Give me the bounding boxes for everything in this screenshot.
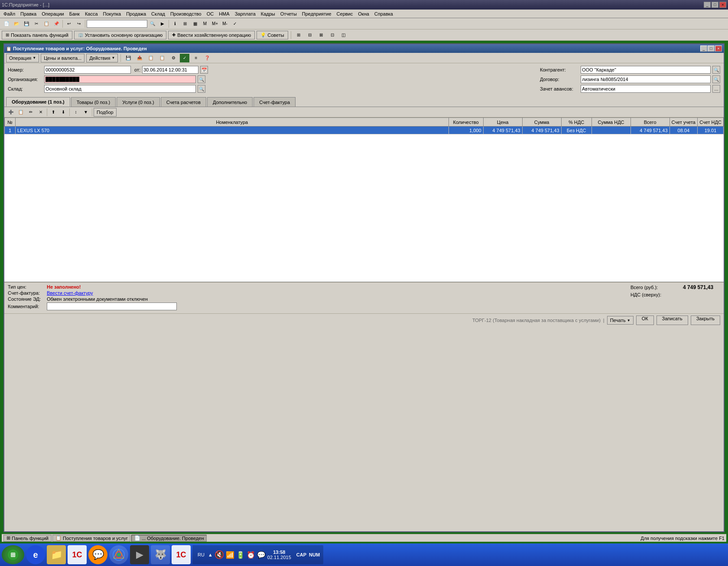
tab-additional[interactable]: Дополнительно	[207, 97, 253, 107]
find-next-btn[interactable]: ▶	[158, 20, 167, 28]
doc-tb-2[interactable]: 📤	[135, 54, 144, 62]
contract-search-btn[interactable]: 🔍	[712, 75, 720, 83]
tab-goods[interactable]: Товары (0 поз.)	[71, 97, 116, 107]
tb2-btn1[interactable]: ⊞	[294, 31, 303, 39]
menu-kassa[interactable]: Касса	[82, 10, 101, 18]
app-msg[interactable]: 💬	[88, 545, 107, 564]
menu-hr[interactable]: Кадры	[258, 10, 278, 18]
chart-btn[interactable]: M	[200, 20, 210, 28]
tab-accounts[interactable]: Счета расчетов	[161, 97, 206, 107]
advance-input[interactable]	[581, 85, 711, 93]
menu-sales[interactable]: Продажа	[124, 10, 149, 18]
doc-tb-8[interactable]: ❓	[202, 54, 212, 62]
doc-tb-7[interactable]: ≡	[191, 54, 201, 62]
number-input[interactable]	[44, 66, 131, 74]
contract-input[interactable]	[581, 75, 711, 83]
table-row[interactable]: 1 LEXUS LX 570 1,000 4 749 571,43 4 749 …	[5, 127, 724, 134]
table-btn[interactable]: ⊞	[180, 20, 190, 28]
copy-btn[interactable]: 📋	[42, 20, 51, 28]
win-close[interactable]: ×	[715, 46, 722, 52]
menu-help[interactable]: Справка	[372, 10, 396, 18]
actions-dropdown[interactable]: Действия▼	[86, 54, 118, 62]
contractor-search-btn[interactable]: 🔍	[712, 66, 720, 74]
warehouse-search-btn[interactable]: 🔍	[198, 85, 205, 93]
taskbar-item-docs[interactable]: 📋 Поступления товаров и услуг	[52, 535, 130, 542]
tt-filter[interactable]: ▼	[81, 108, 91, 117]
undo-btn[interactable]: ↩	[64, 20, 74, 28]
contractor-input[interactable]	[581, 66, 711, 74]
tt-add[interactable]: ➕	[6, 108, 16, 117]
menu-service[interactable]: Сервис	[334, 10, 356, 18]
app-1c-2[interactable]: 1С	[172, 545, 191, 564]
tab-equipment[interactable]: Оборудование (1 поз.)	[6, 97, 70, 107]
menu-edit[interactable]: Правка	[18, 10, 39, 18]
lang-indicator[interactable]: RU	[196, 551, 206, 558]
app-wolf[interactable]: 🐺	[151, 545, 170, 564]
save-btn[interactable]: Записать	[656, 316, 688, 325]
price-currency-btn[interactable]: Цены и валюта...	[41, 54, 84, 62]
m-plus-btn[interactable]: M+	[210, 20, 220, 28]
maximize-button[interactable]: □	[712, 2, 718, 8]
app-folder[interactable]: 📁	[47, 545, 66, 564]
menu-file[interactable]: Файл	[1, 10, 18, 18]
search-btn[interactable]: 🔍	[148, 20, 157, 28]
doc-tb-3[interactable]: 📋	[146, 54, 156, 62]
menu-enterprise[interactable]: Предприятие	[299, 10, 334, 18]
doc-tb-5[interactable]: ⚙	[169, 54, 178, 62]
date-input[interactable]	[142, 66, 198, 74]
org-search-btn[interactable]: 🔍	[198, 75, 205, 83]
enter-operation-btn[interactable]: ✚ Ввести хозяйственную операцию	[168, 31, 255, 39]
doc-tb-1[interactable]: 💾	[124, 54, 133, 62]
calendar-btn[interactable]: 📅	[200, 66, 208, 74]
comment-input[interactable]	[47, 303, 177, 310]
menu-production[interactable]: Производство	[168, 10, 204, 18]
open-btn[interactable]: 📂	[12, 20, 21, 28]
tt-delete[interactable]: ✕	[36, 108, 46, 117]
doc-tb-6[interactable]: ✓	[180, 54, 189, 62]
redo-btn[interactable]: ↪	[74, 20, 84, 28]
menu-bank[interactable]: Банк	[67, 10, 82, 18]
new-btn[interactable]: 📄	[2, 20, 11, 28]
menu-warehouse[interactable]: Склад	[149, 10, 168, 18]
org-input[interactable]	[44, 75, 196, 83]
tick-btn[interactable]: ✓	[230, 20, 240, 28]
советы-btn[interactable]: 💡 Советы	[257, 31, 288, 39]
tt-down[interactable]: ⬇	[58, 108, 68, 117]
tt-sort[interactable]: ↕	[71, 108, 81, 117]
pick-btn[interactable]: Подбор	[94, 108, 117, 117]
set-org-btn[interactable]: 🏢 Установить основную организацию	[74, 31, 167, 39]
menu-reports[interactable]: Отчеты	[278, 10, 299, 18]
ok-btn[interactable]: ОК	[636, 316, 654, 325]
close-button[interactable]: ×	[719, 2, 726, 8]
start-button[interactable]: ⊞	[2, 545, 24, 564]
warehouse-input[interactable]	[44, 85, 196, 93]
show-panel-btn[interactable]: ⊞ Показать панель функций	[2, 31, 72, 39]
win-maximize[interactable]: □	[708, 46, 715, 52]
app-chrome[interactable]	[109, 545, 128, 564]
tb2-btn4[interactable]: ⊡	[328, 31, 337, 39]
close-btn[interactable]: Закрыть	[691, 316, 720, 325]
tb2-btn2[interactable]: ⊟	[305, 31, 315, 39]
advance-btn[interactable]: …	[712, 85, 720, 93]
menu-purchase[interactable]: Покупка	[101, 10, 124, 18]
search-input[interactable]	[87, 20, 147, 28]
menu-salary[interactable]: Зарплата	[232, 10, 258, 18]
taskbar-item-current[interactable]: 📄 ... Оборудование. Проведен	[131, 535, 207, 542]
doc-tb-4[interactable]: 📋	[157, 54, 167, 62]
tt-edit[interactable]: ✏	[26, 108, 36, 117]
taskbar-item-panel[interactable]: ⊞ Панель функций	[3, 535, 52, 542]
print-btn[interactable]: Печать▼	[607, 316, 634, 325]
minimize-button[interactable]: _	[704, 2, 711, 8]
menu-operations[interactable]: Операции	[39, 10, 66, 18]
cut-btn[interactable]: ✂	[32, 20, 41, 28]
paste-btn[interactable]: 📌	[52, 20, 61, 28]
info-btn[interactable]: ℹ	[170, 20, 180, 28]
menu-windows[interactable]: Окна	[355, 10, 372, 18]
app-ie[interactable]: e	[26, 545, 45, 564]
menu-nma[interactable]: НМА	[216, 10, 232, 18]
app-media[interactable]: ▶	[130, 545, 149, 564]
invoice-link[interactable]: Ввести счет-фактуру	[47, 290, 93, 296]
tab-invoice[interactable]: Счет-фактура	[254, 97, 296, 107]
win-minimize[interactable]: _	[700, 46, 707, 52]
tb2-btn5[interactable]: ◫	[339, 31, 348, 39]
